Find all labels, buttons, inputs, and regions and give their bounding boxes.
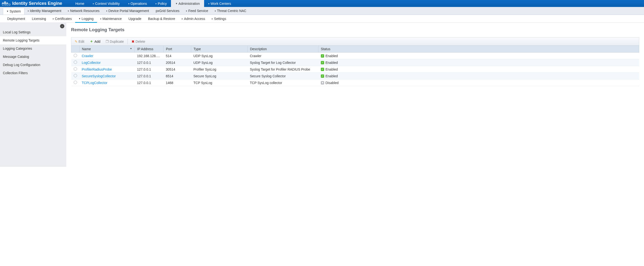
subnav-system[interactable]: ▼System bbox=[3, 8, 24, 15]
subsubnav-deployment[interactable]: Deployment bbox=[4, 15, 28, 22]
subsubnav-admin-access[interactable]: ▸Admin Access bbox=[178, 15, 208, 22]
caret-down-icon: ▼ bbox=[6, 10, 9, 12]
subsubnav-maintenance[interactable]: ▸Maintenance bbox=[97, 15, 125, 22]
sidebar-item-logging-categories[interactable]: Logging Categories bbox=[0, 44, 66, 52]
subsubnav-upgrade[interactable]: Upgrade bbox=[125, 15, 145, 22]
caret-right-icon: ▸ bbox=[182, 18, 183, 20]
target-name-link[interactable]: TCPLogCollector bbox=[82, 81, 108, 85]
table-row: SecureSyslogCollector127.0.0.16514Secure… bbox=[71, 73, 639, 80]
caret-right-icon: ▸ bbox=[106, 10, 108, 12]
col-description[interactable]: Description bbox=[248, 46, 318, 52]
toolbar: ✎ Edit ＋ Add ❐ Duplicate ✖ Delete bbox=[71, 37, 639, 45]
topnav-context-visibility[interactable]: ▸Context Visibility bbox=[88, 0, 124, 7]
add-label: Add bbox=[94, 40, 100, 44]
topnav-home[interactable]: Home bbox=[71, 0, 88, 7]
nav-label: Operations bbox=[130, 2, 147, 6]
row-radio[interactable] bbox=[74, 74, 77, 77]
col-status[interactable]: Status bbox=[318, 46, 639, 52]
edit-button[interactable]: ✎ Edit bbox=[73, 39, 86, 44]
caret-right-icon: ▸ bbox=[68, 10, 69, 12]
cell-description: TCP SysLog collector bbox=[248, 80, 318, 86]
sidebar-item-collection-filters[interactable]: Collection Filters bbox=[0, 69, 66, 77]
sidebar-item-local-log-settings[interactable]: Local Log Settings bbox=[0, 28, 66, 36]
cell-description: Crawler bbox=[248, 52, 318, 59]
subsubnav-logging[interactable]: ▼Logging bbox=[75, 15, 97, 22]
duplicate-button[interactable]: ❐ Duplicate bbox=[104, 39, 126, 44]
nav-label: Deployment bbox=[7, 17, 25, 21]
col-status-label: Status bbox=[321, 47, 330, 51]
col-port[interactable]: Port bbox=[164, 46, 191, 52]
caret-right-icon: ▸ bbox=[28, 10, 29, 12]
cell-ip: 127.0.0.1 bbox=[135, 80, 164, 86]
nav-label: Logging bbox=[82, 17, 94, 21]
nav-label: Administration bbox=[178, 2, 200, 6]
target-name-link[interactable]: ProfilerRadiusProbe bbox=[82, 68, 112, 71]
cell-type: TCP SysLog bbox=[191, 80, 248, 86]
subsubnav-backup-&-restore[interactable]: Backup & Restore bbox=[145, 15, 179, 22]
target-name-link[interactable]: SecureSyslogCollector bbox=[82, 74, 116, 78]
subsubnav-settings[interactable]: ▸Settings bbox=[208, 15, 230, 22]
cell-type: Profiler SysLog bbox=[191, 66, 248, 73]
subsubnav-licensing[interactable]: Licensing bbox=[28, 15, 50, 22]
row-radio[interactable] bbox=[74, 81, 77, 84]
sidebar-item-remote-logging-targets[interactable]: Remote Logging Targets bbox=[0, 36, 66, 44]
status-text: Enabled bbox=[326, 74, 338, 78]
subnav-network-resources[interactable]: ▸Network Resources bbox=[64, 7, 103, 15]
nav-label: Maintenance bbox=[102, 17, 122, 21]
plus-icon: ＋ bbox=[90, 39, 94, 44]
nav-label: Home bbox=[76, 2, 84, 6]
cell-status: ✓Enabled bbox=[321, 54, 637, 58]
edit-label: Edit bbox=[78, 40, 84, 44]
caret-right-icon: ▸ bbox=[128, 2, 130, 5]
row-radio[interactable] bbox=[74, 54, 77, 57]
add-button[interactable]: ＋ Add bbox=[88, 38, 102, 45]
sidebar-item-message-catalog[interactable]: Message Catalog bbox=[0, 52, 66, 61]
subnav-feed-service[interactable]: ▸Feed Service bbox=[183, 7, 211, 15]
product-name: Identity Services Engine bbox=[12, 1, 62, 6]
cell-description: Secure Syslog Collector bbox=[248, 73, 318, 80]
nav-label: Admin Access bbox=[184, 17, 205, 21]
logo-text: CISCO bbox=[2, 3, 11, 6]
cell-status: ✖Disabled bbox=[321, 81, 637, 85]
subnav-device-portal-management[interactable]: ▸Device Portal Management bbox=[103, 7, 152, 15]
table-row: ProfilerRadiusProbe127.0.0.130514Profile… bbox=[71, 66, 639, 73]
duplicate-label: Duplicate bbox=[110, 40, 124, 44]
col-description-label: Description bbox=[250, 47, 267, 51]
cell-type: UDP SysLog bbox=[191, 59, 248, 66]
caret-right-icon: ▸ bbox=[186, 10, 187, 12]
nav-label: Network Resources bbox=[70, 9, 100, 13]
subsubnav-certificates[interactable]: ▸Certificates bbox=[50, 15, 75, 22]
topnav-administration[interactable]: ▼Administration bbox=[171, 0, 204, 7]
cell-status: ✓Enabled bbox=[321, 74, 637, 78]
row-radio[interactable] bbox=[74, 60, 77, 64]
cell-port: 30514 bbox=[164, 66, 191, 73]
target-name-link[interactable]: LogCollector bbox=[82, 61, 101, 64]
col-type[interactable]: Type bbox=[191, 46, 248, 52]
topnav-work-centers[interactable]: ▸Work Centers bbox=[204, 0, 235, 7]
subnav-pxgrid-services[interactable]: pxGrid Services bbox=[152, 7, 183, 15]
cell-ip: 127.0.0.1 bbox=[135, 66, 164, 73]
topnav-policy[interactable]: ▸Policy bbox=[151, 0, 171, 7]
topnav-operations[interactable]: ▸Operations bbox=[124, 0, 151, 7]
cell-description: Syslog Target for Profiler RADIUS Probe bbox=[248, 66, 318, 73]
subnav-threat-centric-nac[interactable]: ▸Threat Centric NAC bbox=[212, 7, 250, 15]
nav-label: Backup & Restore bbox=[148, 17, 175, 21]
sidebar-item-debug-log-configuration[interactable]: Debug Log Configuration bbox=[0, 61, 66, 69]
caret-right-icon: ▸ bbox=[100, 18, 102, 20]
col-name[interactable]: Name ▲ bbox=[80, 46, 135, 52]
collapse-sidebar-icon[interactable]: ‹ bbox=[60, 24, 64, 28]
row-radio[interactable] bbox=[74, 67, 77, 70]
x-icon: ✖ bbox=[132, 40, 134, 44]
top-nav: Home▸Context Visibility▸Operations▸Polic… bbox=[71, 0, 236, 7]
nav-label: Licensing bbox=[32, 17, 46, 21]
caret-right-icon: ▸ bbox=[212, 18, 213, 20]
delete-label: Delete bbox=[136, 40, 145, 44]
subnav-identity-management[interactable]: ▸Identity Management bbox=[24, 7, 65, 15]
delete-button[interactable]: ✖ Delete bbox=[130, 39, 147, 44]
col-ip[interactable]: IP Address bbox=[135, 46, 164, 52]
page-title: Remote Logging Targets bbox=[71, 27, 639, 32]
target-name-link[interactable]: Crawler bbox=[82, 54, 94, 58]
nav-label: Settings bbox=[214, 17, 226, 21]
toolbar-separator bbox=[128, 39, 128, 44]
nav-label: Identity Management bbox=[30, 9, 62, 13]
